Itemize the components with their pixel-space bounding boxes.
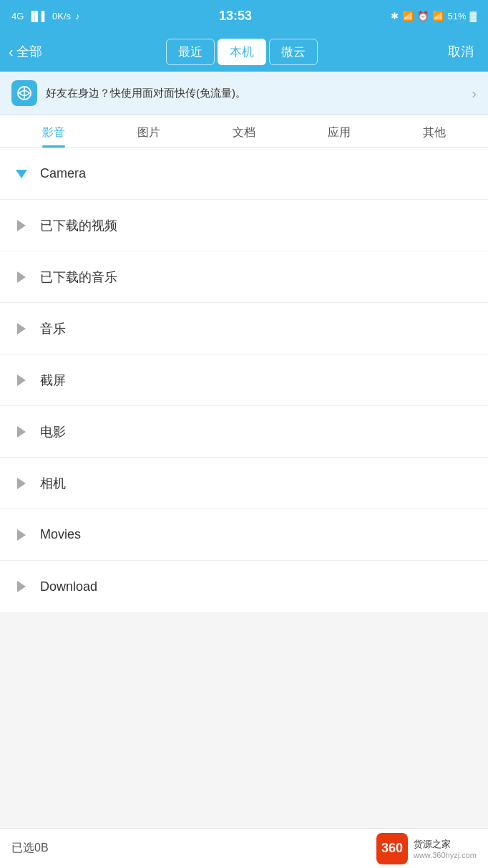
cancel-button[interactable]: 取消 <box>442 40 479 63</box>
folder-name: Camera <box>40 166 474 181</box>
list-item[interactable]: 电影 <box>0 406 488 458</box>
status-bar: 4G ▐▌▌ 0K/s ♪ 13:53 ✱ 📶 ⏰ 📶 51% ▓ <box>0 0 488 32</box>
network-speed: 0K/s <box>52 11 71 21</box>
back-arrow-icon: ‹ <box>9 44 14 60</box>
signal-bars: ▐▌▌ <box>28 11 48 21</box>
banner-arrow-icon: › <box>472 85 477 102</box>
expand-icon <box>14 373 29 387</box>
tab-image[interactable]: 图片 <box>101 115 196 148</box>
logo-text-block: 货源之家 www.360hyzj.com <box>414 838 477 859</box>
signal-icon2: 📶 <box>432 11 444 21</box>
clock-icon: ⏰ <box>417 11 429 21</box>
battery-percent: 51% <box>447 11 466 21</box>
p2p-banner[interactable]: 好友在身边？快使用面对面快传(免流量)。 › <box>0 72 488 115</box>
expand-icon <box>14 167 29 181</box>
folder-name: 已下载的视频 <box>40 217 474 234</box>
expand-icon <box>14 322 29 336</box>
folder-name: Movies <box>40 527 474 542</box>
folder-name: 已下载的音乐 <box>40 269 474 286</box>
selected-size: 已选0B <box>11 841 49 856</box>
status-left: 4G ▐▌▌ 0K/s ♪ <box>11 11 80 21</box>
expand-icon <box>14 425 29 439</box>
list-item[interactable]: Download <box>0 561 488 612</box>
list-item[interactable]: Camera <box>0 148 488 200</box>
expand-icon <box>14 476 29 491</box>
list-item[interactable]: Movies <box>0 509 488 561</box>
bluetooth-icon: ✱ <box>391 11 399 21</box>
folder-name: 音乐 <box>40 320 474 337</box>
wifi-icon: 📶 <box>402 11 414 21</box>
folder-name: 截屏 <box>40 372 474 389</box>
nav-tabs: 最近 本机 微云 <box>48 39 436 65</box>
banner-text: 好友在身边？快使用面对面快传(免流量)。 <box>46 87 463 100</box>
tab-doc[interactable]: 文档 <box>196 115 291 148</box>
signal-text: 4G <box>11 11 24 21</box>
battery-icon: ▓ <box>470 11 477 21</box>
logo-360-badge: 360 <box>376 833 408 864</box>
folder-name: 电影 <box>40 423 474 440</box>
tab-app[interactable]: 应用 <box>292 115 387 148</box>
category-tabs: 影音 图片 文档 应用 其他 <box>0 115 488 148</box>
file-list: Camera 已下载的视频 已下载的音乐 音乐 截屏 电影 相机 <box>0 148 488 612</box>
tab-local[interactable]: 本机 <box>218 39 266 65</box>
tab-cloud[interactable]: 微云 <box>269 39 318 65</box>
tab-video[interactable]: 影音 <box>6 115 101 148</box>
folder-name: Download <box>40 579 474 594</box>
app-logo: 360 货源之家 www.360hyzj.com <box>376 833 477 864</box>
folder-name: 相机 <box>40 475 474 492</box>
logo-url: www.360hyzj.com <box>414 851 477 859</box>
bottom-bar: 已选0B 360 货源之家 www.360hyzj.com <box>0 828 488 868</box>
list-item[interactable]: 已下载的视频 <box>0 200 488 251</box>
expand-icon <box>14 579 29 594</box>
music-icon: ♪ <box>75 11 80 21</box>
p2p-icon <box>11 80 37 106</box>
list-item[interactable]: 已下载的音乐 <box>0 251 488 303</box>
nav-back-label: 全部 <box>16 43 42 60</box>
tab-recent[interactable]: 最近 <box>166 39 215 65</box>
logo-name: 货源之家 <box>414 838 477 851</box>
nav-bar: ‹ 全部 最近 本机 微云 取消 <box>0 32 488 72</box>
tab-other[interactable]: 其他 <box>387 115 482 148</box>
nav-back-button[interactable]: ‹ 全部 <box>9 43 42 60</box>
expand-icon <box>14 218 29 233</box>
list-item[interactable]: 音乐 <box>0 303 488 355</box>
status-time: 13:53 <box>219 9 252 24</box>
expand-icon <box>14 270 29 284</box>
status-right: ✱ 📶 ⏰ 📶 51% ▓ <box>391 11 477 21</box>
list-item[interactable]: 截屏 <box>0 355 488 406</box>
expand-icon <box>14 528 29 542</box>
list-item[interactable]: 相机 <box>0 458 488 509</box>
